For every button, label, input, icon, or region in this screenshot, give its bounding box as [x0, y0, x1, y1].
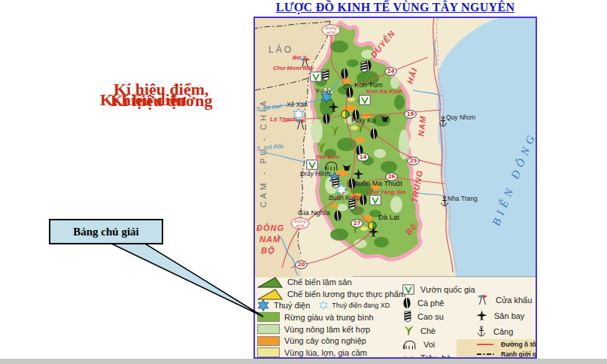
- rubber-icon: [330, 177, 339, 189]
- coffee-icon: [322, 113, 331, 125]
- map-label: LÀO: [269, 45, 293, 54]
- map-label: Chư Mom Rây: [273, 65, 314, 71]
- svg-text:14: 14: [360, 154, 367, 160]
- tea-icon: [329, 125, 341, 136]
- buffalo-icon: [341, 162, 353, 171]
- map-label: CAM - PU - CHIA: [259, 98, 268, 208]
- page-title[interactable]: LƯỢC ĐỒ KINH TẾ VÙNG TÂY NGUYÊN: [253, 1, 537, 14]
- rubber-icon: [359, 61, 368, 73]
- map-label: Đrây Hlinh: [300, 171, 330, 177]
- park-icon: [369, 195, 381, 205]
- road-number-badge: 25: [407, 156, 420, 165]
- cityc-icon: [341, 110, 350, 119]
- map-label: Đà Lạt: [378, 214, 399, 221]
- map-label: Nha Trang: [448, 196, 478, 202]
- bottom-bar: [0, 359, 607, 364]
- map-label: Xê Xan: [287, 102, 308, 108]
- economic-map[interactable]: LÀOCAM - PU - CHIAĐÔNGNAMBỘDUYÊNHẢINAMTR…: [253, 17, 537, 359]
- svg-text:25: 25: [410, 158, 417, 164]
- callout-text: Bảng chú giải: [73, 226, 139, 238]
- svg-text:HCM: HCM: [327, 31, 335, 35]
- buffalo-icon: [379, 113, 391, 123]
- map-label: Plây Ku: [351, 117, 376, 124]
- svg-text:Đường: Đường: [294, 220, 305, 223]
- road-number-badge: 19: [404, 110, 417, 119]
- svg-text:24: 24: [387, 68, 395, 74]
- map-label: Chư Yang Sin: [366, 190, 405, 196]
- coffee-icon: [369, 128, 378, 140]
- coffee-icon: [345, 86, 354, 99]
- callout-legend-label[interactable]: Bảng chú giải: [49, 219, 163, 244]
- map-label: Quy Nhơn: [446, 114, 475, 121]
- road-number-badge: 14: [357, 153, 369, 162]
- hcm-icon: ĐườngHCM: [290, 217, 310, 229]
- map-label: Yok Đôn: [315, 154, 339, 160]
- park-icon: [359, 95, 371, 105]
- plane-icon: [328, 102, 339, 113]
- map-label: Buôn Kuôp: [329, 195, 360, 202]
- elephant-icon: [324, 160, 339, 171]
- slide-canvas: LƯỢC ĐỒ KINH TẾ VÙNG TÂY NGUYÊN Kí hiệu …: [0, 0, 607, 364]
- svg-text:27: 27: [354, 220, 361, 226]
- svg-text:HCM: HCM: [296, 224, 305, 228]
- road-number-badge: 20: [295, 260, 308, 269]
- map-label: Buôn Ma Thuột: [354, 180, 402, 187]
- plane-icon: [368, 226, 379, 238]
- map-label: Kon Ka Kinh: [366, 89, 402, 95]
- map-label: Y-a-ly: [315, 88, 331, 95]
- road-number-badge: 24: [384, 67, 397, 76]
- map-label: Gia Nghĩa: [298, 209, 330, 217]
- rubber-icon: [320, 69, 329, 81]
- park-icon: [306, 159, 318, 170]
- svg-text:20: 20: [298, 262, 305, 268]
- map-label: Lệ Thanh: [270, 117, 297, 123]
- hcm-icon: ĐườngHCM: [321, 24, 341, 36]
- coffee-icon: [333, 210, 342, 222]
- coffee-icon: [340, 68, 349, 80]
- tea-icon: [315, 141, 327, 153]
- map-label: Bờ Y: [293, 55, 307, 61]
- svg-text:19: 19: [407, 111, 414, 117]
- overlap-text-line[interactable]: Kí hiệu đường: [111, 93, 212, 109]
- svg-text:Đường: Đường: [325, 26, 336, 30]
- road-number-badge: 27: [351, 219, 363, 228]
